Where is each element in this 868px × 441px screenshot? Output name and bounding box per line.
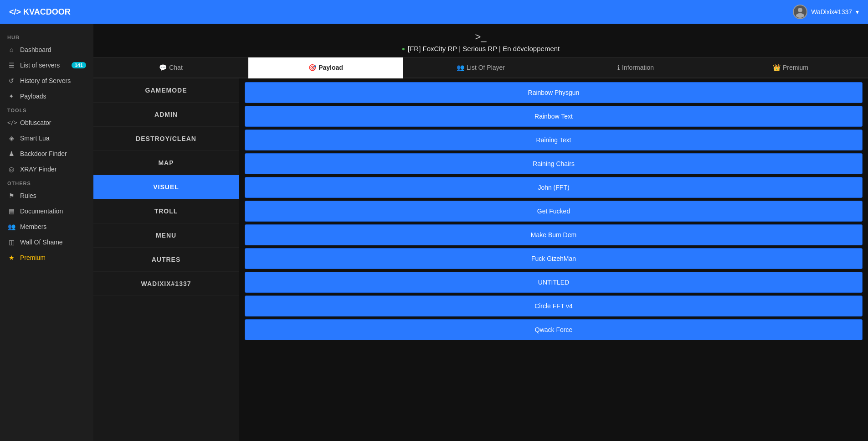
sidebar-item-history-of-servers[interactable]: ↺ History of Servers	[0, 73, 93, 88]
smart-lua-icon: ◈	[7, 135, 15, 142]
xray-icon: ◎	[7, 166, 15, 173]
obfuscator-icon: </>	[7, 119, 15, 126]
tab-premium[interactable]: 👑 Premium	[713, 57, 868, 78]
sidebar-label-backdoor-finder: Backdoor Finder	[20, 150, 67, 157]
payload-button[interactable]: Rainbow Text	[245, 106, 863, 127]
user-avatar	[793, 5, 807, 19]
sidebar-label-premium: Premium	[20, 254, 46, 261]
payload-button[interactable]: Make Bum Dem	[245, 224, 863, 245]
payload-button[interactable]: Raining Text	[245, 130, 863, 150]
sidebar-label-history-of-servers: History of Servers	[20, 77, 71, 84]
server-name-text: [FR] FoxCity RP | Serious RP | En dévelo…	[408, 45, 560, 52]
dropdown-icon: ▾	[856, 8, 859, 16]
user-menu[interactable]: WaDixix#1337 ▾	[793, 5, 859, 19]
category-troll[interactable]: TROLL	[93, 199, 239, 223]
main-layout: HUB ⌂ Dashboard ☰ List of servers 141 ↺ …	[0, 24, 868, 441]
content-area: >_ ● [FR] FoxCity RP | Serious RP | En d…	[93, 24, 868, 441]
sidebar-item-members[interactable]: 👥 Members	[0, 219, 93, 234]
svg-point-1	[796, 13, 804, 18]
payload-tab-label: Payload	[318, 64, 343, 71]
server-header: >_ ● [FR] FoxCity RP | Serious RP | En d…	[93, 24, 868, 57]
payload-list: Rainbow PhysgunRainbow TextRaining TextR…	[239, 78, 868, 441]
sidebar-label-xray-finder: XRAY Finder	[20, 166, 56, 173]
sidebar-section-tools: TOOLS	[0, 104, 93, 115]
tab-chat[interactable]: 💬 Chat	[93, 57, 248, 78]
category-autres[interactable]: AUTRES	[93, 248, 239, 272]
members-icon: 👥	[7, 223, 15, 230]
category-admin[interactable]: ADMIN	[93, 103, 239, 127]
sidebar-label-members: Members	[20, 223, 46, 230]
username-label: WaDixix#1337	[811, 8, 852, 16]
home-icon: ⌂	[7, 46, 15, 53]
payload-button[interactable]: Qwack Force	[245, 319, 863, 340]
category-gamemode[interactable]: GAMEMODE	[93, 78, 239, 103]
sidebar-item-backdoor-finder[interactable]: ♟ Backdoor Finder	[0, 146, 93, 161]
list-icon: ☰	[7, 62, 15, 69]
payloads-icon: ✦	[7, 93, 15, 100]
brand-text: </> KVACDOOR	[9, 7, 71, 17]
sidebar-label-wall-of-shame: Wall Of Shame	[20, 239, 63, 246]
sidebar-label-smart-lua: Smart Lua	[20, 135, 50, 142]
category-menu[interactable]: MENU	[93, 223, 239, 248]
sidebar-label-dashboard: Dashboard	[20, 46, 51, 53]
server-status-dot: ●	[402, 46, 405, 52]
tab-payload[interactable]: 🎯 Payload	[248, 57, 403, 78]
sidebar-label-rules: Rules	[20, 192, 36, 199]
sidebar-item-smart-lua[interactable]: ◈ Smart Lua	[0, 130, 93, 146]
category-destroy-clean[interactable]: DESTROY/CLEAN	[93, 127, 239, 151]
payload-button[interactable]: Circle FFT v4	[245, 296, 863, 316]
payload-button[interactable]: Rainbow Physgun	[245, 82, 863, 103]
sidebar-item-wall-of-shame[interactable]: ◫ Wall Of Shame	[0, 234, 93, 250]
brand-logo[interactable]: </> KVACDOOR	[9, 7, 71, 17]
payload-button[interactable]: John (FFT)	[245, 177, 863, 198]
players-tab-icon: 👥	[457, 64, 464, 71]
sidebar-label-obfuscator: Obfuscator	[20, 119, 51, 126]
sidebar-item-rules[interactable]: ⚑ Rules	[0, 188, 93, 203]
sidebar-section-hub: HUB	[0, 31, 93, 42]
info-tab-icon: ℹ	[617, 64, 620, 71]
sidebar-label-documentation: Documentation	[20, 208, 63, 215]
rules-icon: ⚑	[7, 192, 15, 199]
payload-button[interactable]: Get Fucked	[245, 201, 863, 222]
premium-icon: ★	[7, 254, 15, 261]
sidebar-item-premium[interactable]: ★ Premium	[0, 250, 93, 265]
category-map[interactable]: MAP	[93, 151, 239, 175]
navbar: </> KVACDOOR WaDixix#1337 ▾	[0, 0, 868, 24]
info-tab-label: Information	[622, 64, 654, 71]
tabs-bar: 💬 Chat 🎯 Payload 👥 List Of Player ℹ Info…	[93, 57, 868, 78]
sidebar-item-documentation[interactable]: ▤ Documentation	[0, 203, 93, 219]
svg-point-0	[798, 8, 802, 12]
docs-icon: ▤	[7, 208, 15, 215]
tab-information[interactable]: ℹ Information	[558, 57, 713, 78]
payload-button[interactable]: UNTITLED	[245, 272, 863, 293]
sidebar-item-list-of-servers[interactable]: ☰ List of servers 141	[0, 57, 93, 73]
payload-button[interactable]: Fuck GizehMan	[245, 248, 863, 269]
sidebar-section-others: OTHERS	[0, 177, 93, 188]
tab-list-of-player[interactable]: 👥 List Of Player	[403, 57, 558, 78]
players-tab-label: List Of Player	[467, 64, 505, 71]
chat-tab-icon: 💬	[159, 64, 167, 71]
servers-badge: 141	[72, 62, 86, 68]
premium-tab-icon: 👑	[773, 64, 781, 71]
premium-tab-label: Premium	[783, 64, 808, 71]
payload-tab-icon: 🎯	[308, 64, 316, 71]
backdoor-icon: ♟	[7, 150, 15, 157]
sidebar-item-xray-finder[interactable]: ◎ XRAY Finder	[0, 161, 93, 177]
sidebar-item-dashboard[interactable]: ⌂ Dashboard	[0, 42, 93, 57]
sidebar: HUB ⌂ Dashboard ☰ List of servers 141 ↺ …	[0, 24, 93, 441]
wall-of-shame-icon: ◫	[7, 239, 15, 246]
category-panel: GAMEMODE ADMIN DESTROY/CLEAN MAP VISUEL …	[93, 78, 239, 441]
sidebar-label-list-of-servers: List of servers	[20, 62, 60, 69]
payload-layout: GAMEMODE ADMIN DESTROY/CLEAN MAP VISUEL …	[93, 78, 868, 441]
server-name: ● [FR] FoxCity RP | Serious RP | En déve…	[103, 45, 859, 52]
sidebar-label-payloads: Payloads	[20, 93, 46, 100]
category-wadixix[interactable]: WaDixix#1337	[93, 272, 239, 296]
category-visuel[interactable]: VISUEL	[93, 175, 239, 199]
terminal-icon: >_	[103, 31, 859, 43]
history-icon: ↺	[7, 77, 15, 84]
sidebar-item-payloads[interactable]: ✦ Payloads	[0, 88, 93, 104]
payload-button[interactable]: Raining Chairs	[245, 153, 863, 174]
chat-tab-label: Chat	[169, 64, 183, 71]
sidebar-item-obfuscator[interactable]: </> Obfuscator	[0, 115, 93, 130]
